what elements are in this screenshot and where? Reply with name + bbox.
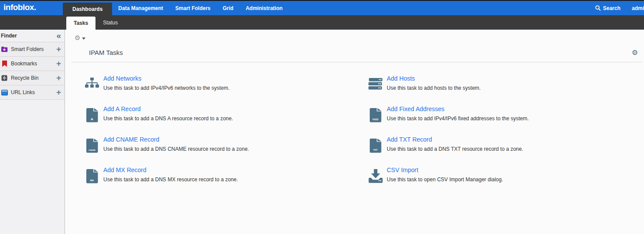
task-description: Use this task to add a DNS A resource re… [103,115,233,122]
finder-sidebar: Finder « Smart Folders + Bookmarks + Rec… [0,30,65,234]
doc-badge: CNAME [89,149,95,151]
nav-item-smart-folders[interactable]: Smart Folders [169,1,217,15]
topbar-right: Search admin [595,1,644,15]
task-text: Add MX Record Use this task to add a DNS… [103,166,238,190]
doc-badge: A [91,117,93,121]
search-button[interactable]: Search [595,5,620,11]
search-icon [595,5,601,11]
task-text: Add A Record Use this task to add a DNS … [103,105,233,129]
task-text: Add TXT Record Use this task to add a DN… [387,136,523,160]
bookmarks-icon [1,60,8,67]
panel-settings-gear-icon[interactable]: ⚙ [632,50,638,56]
search-label: Search [603,5,620,11]
sidebar-item-smart-folders[interactable]: Smart Folders + [0,42,65,57]
smart-folders-icon [1,46,8,53]
top-navigation-bar: infoblox. Dashboards Data Management Sma… [0,1,644,15]
main-nav: Dashboards Data Management Smart Folders… [63,1,289,15]
add-recycle-bin-button[interactable]: + [56,75,61,81]
doc-badge: MX [90,179,94,182]
csv-import-icon[interactable] [368,166,383,190]
task-text: Add CNAME Record Use this task to add a … [103,136,249,160]
dashboard-tab-bar: Tasks Status [0,15,644,30]
content-toolbar: ⚙ [65,30,644,41]
url-links-icon [1,89,8,96]
task-description: Use this task to add IPv4/IPv6 networks … [103,85,229,91]
tab-status[interactable]: Status [95,15,125,30]
task-description: Use this task to add a DNS TXT resource … [387,146,523,152]
task-description: Use this task to add a DNS CNAME resourc… [103,146,249,152]
panel-header: IPAM Tasks ⚙ [89,49,638,56]
task-add-mx-record[interactable]: MX Add MX Record Use this task to add a … [85,166,368,190]
panel-divider [72,62,642,62]
infoblox-logo: infoblox. [0,1,63,15]
task-text: Add Fixed Addresses Use this task to add… [387,105,529,129]
task-title-link[interactable]: Add TXT Record [387,136,523,143]
ipam-tasks-grid: Add Networks Use this task to add IPv4/I… [85,75,644,190]
sidebar-item-bookmarks[interactable]: Bookmarks + [0,57,65,71]
sidebar-item-label: Bookmarks [11,61,53,67]
chevron-down-icon[interactable] [82,37,85,40]
task-title-link[interactable]: Add Networks [103,75,229,82]
task-text: Add Hosts Use this task to add hosts to … [387,75,480,99]
task-add-hosts[interactable]: Add Hosts Use this task to add hosts to … [368,75,644,99]
sidebar-item-recycle-bin[interactable]: Recycle Bin + [0,71,65,85]
add-bookmark-button[interactable]: + [56,61,61,67]
task-title-link[interactable]: Add Fixed Addresses [387,105,529,112]
task-add-txt-record[interactable]: TXT Add TXT Record Use this task to add … [368,136,644,160]
sidebar-item-label: Recycle Bin [11,75,53,81]
tab-tasks[interactable]: Tasks [66,17,95,30]
task-description: Use this task to add a DNS MX resource r… [103,176,238,183]
finder-title: Finder [1,33,17,39]
task-add-cname-record[interactable]: CNAME Add CNAME Record Use this task to … [85,136,368,160]
document-icon[interactable]: CNAME [85,136,99,160]
task-description: Use this task to add IPv4/IPv6 fixed add… [387,115,529,122]
recycle-bin-icon [1,75,8,81]
finder-header: Finder « [0,30,65,42]
add-url-link-button[interactable]: + [56,89,61,95]
task-description: Use this task to open CSV Import Manager… [387,176,503,183]
nav-item-administration[interactable]: Administration [239,1,289,15]
nav-item-data-management[interactable]: Data Management [112,1,169,15]
task-title-link[interactable]: CSV Import [387,166,503,173]
collapse-sidebar-icon[interactable]: « [56,33,61,38]
network-icon[interactable] [85,75,99,99]
task-text: Add Networks Use this task to add IPv4/I… [103,75,229,99]
nav-item-grid[interactable]: Grid [217,1,240,15]
document-icon[interactable]: A [85,105,99,129]
document-icon[interactable]: TXT [368,136,383,160]
main-layout: Finder « Smart Folders + Bookmarks + Rec… [0,30,644,234]
task-title-link[interactable]: Add CNAME Record [103,136,249,143]
add-smart-folder-button[interactable]: + [56,46,61,52]
settings-gear-icon[interactable]: ⚙ [75,35,80,41]
user-menu[interactable]: admin [632,5,644,11]
task-title-link[interactable]: Add Hosts [387,75,480,82]
sidebar-item-label: Smart Folders [11,46,53,52]
nav-item-dashboards[interactable]: Dashboards [63,3,112,15]
doc-badge: TXT [373,149,378,151]
task-title-link[interactable]: Add A Record [103,105,233,112]
doc-badge: FIXED [372,119,378,121]
task-csv-import[interactable]: CSV Import Use this task to open CSV Imp… [368,166,644,190]
dashboard-content: ⚙ IPAM Tasks ⚙ Add Networks Use this tas… [65,30,644,234]
task-add-networks[interactable]: Add Networks Use this task to add IPv4/I… [85,75,368,99]
page-title: IPAM Tasks [89,49,123,56]
task-add-fixed-addresses[interactable]: FIXED Add Fixed Addresses Use this task … [368,105,644,129]
sidebar-item-url-links[interactable]: URL Links + [0,85,65,100]
task-text: CSV Import Use this task to open CSV Imp… [387,166,503,190]
task-description: Use this task to add hosts to the system… [387,85,480,91]
hosts-icon[interactable] [368,75,383,99]
document-icon[interactable]: MX [85,166,99,190]
sidebar-item-label: URL Links [11,89,53,95]
task-title-link[interactable]: Add MX Record [103,166,238,173]
task-add-a-record[interactable]: A Add A Record Use this task to add a DN… [85,105,368,129]
document-icon[interactable]: FIXED [368,105,383,129]
